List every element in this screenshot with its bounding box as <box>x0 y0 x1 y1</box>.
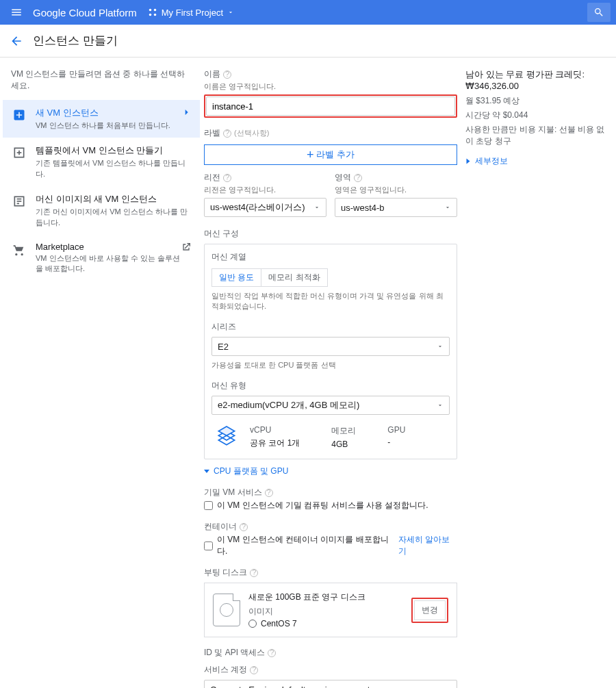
add-label-button[interactable]: + 라벨 추가 <box>204 144 457 165</box>
monthly-estimate: 월 $31.95 예상 <box>465 95 609 107</box>
svc-acct-label: 서비스 계정 <box>204 664 247 676</box>
series-select[interactable]: E2 <box>211 337 450 356</box>
help-icon[interactable]: ? <box>223 129 231 138</box>
credit-title: 남아 있는 무료 평가판 크레딧: <box>465 69 585 79</box>
svc-acct-select[interactable]: Compute Engine default service account <box>204 680 457 688</box>
bootdisk-change-button[interactable]: 변경 <box>414 600 446 620</box>
help-icon[interactable]: ? <box>250 666 258 674</box>
caret-down-icon <box>313 203 320 213</box>
zone-select[interactable]: us-west4-b <box>335 198 457 217</box>
svg-point-0 <box>149 9 152 12</box>
region-select[interactable]: us-west4(라스베이거스) <box>204 198 326 217</box>
series-hint: 가용성을 토대로 한 CPU 플랫폼 선택 <box>211 360 450 370</box>
tab-general[interactable]: 일반 용도 <box>212 269 261 286</box>
svg-point-1 <box>154 9 157 12</box>
plus-box-icon <box>11 107 27 123</box>
project-picker[interactable]: My First Project <box>148 8 234 18</box>
sidebar-item-new-vm[interactable]: 새 VM 인스턴스 VM 인스턴스 하나를 처음부터 만듭니다. <box>3 100 200 138</box>
caret-down-icon <box>227 8 234 18</box>
bootdisk-image-label: 이미지 <box>248 606 411 617</box>
memory-header: 메모리 <box>331 425 356 437</box>
chevron-right-icon <box>181 107 192 120</box>
caret-down-icon <box>444 685 451 689</box>
details-link[interactable]: 세부정보 <box>465 155 508 167</box>
help-icon[interactable]: ? <box>223 71 231 79</box>
sidebar-item-sub: 기존 머신 이미지에서 VM 인스턴스 하나를 만듭니다. <box>36 207 192 228</box>
sidebar-item-title: 템플릿에서 VM 인스턴스 만들기 <box>36 144 192 157</box>
caret-down-icon <box>437 400 444 411</box>
mc-family-label: 머신 계열 <box>211 251 450 263</box>
conf-vm-text: 이 VM 인스턴스에 기밀 컴퓨팅 서비스를 사용 설정합니다. <box>217 500 428 511</box>
tab-memory[interactable]: 메모리 최적화 <box>261 269 326 286</box>
zone-label: 영역 <box>335 172 351 183</box>
sidebar-item-from-template[interactable]: 템플릿에서 VM 인스턴스 만들기 기존 템플릿에서 VM 인스턴스 하나를 만… <box>3 138 200 186</box>
vcpu-header: vCPU <box>250 425 300 435</box>
bootdisk-os: CentOS 7 <box>261 619 297 628</box>
sidebar-item-title: 새 VM 인스턴스 <box>36 107 177 119</box>
idapi-label: ID 및 API 액세스 <box>204 647 265 659</box>
bootdisk-title: 새로운 100GB 표준 영구 디스크 <box>248 591 411 603</box>
machine-type-icon <box>211 422 242 452</box>
container-text: 이 VM 인스턴스에 컨테이너 이미지를 배포합니다. <box>217 534 396 557</box>
help-icon[interactable]: ? <box>240 523 248 531</box>
container-more-link[interactable]: 자세히 알아보기 <box>398 534 457 557</box>
svg-point-2 <box>149 14 152 16</box>
sidebar-item-sub: VM 인스턴스에 바로 사용할 수 있는 솔루션을 배포합니다. <box>36 253 181 275</box>
sidebar-intro: VM 인스턴스를 만들려면 옵션 중 하나를 선택하세요. <box>3 68 200 100</box>
region-label: 리전 <box>204 172 220 183</box>
help-icon[interactable]: ? <box>223 174 231 182</box>
bootdisk-label: 부팅 디스크 <box>204 567 247 578</box>
cpu-gpu-link[interactable]: CPU 플랫폼 및 GPU <box>204 466 288 477</box>
billing-note: 사용한 만큼만 비용 지불: 선불 비용 없이 초당 청구 <box>465 124 609 147</box>
sidebar-item-from-image[interactable]: 머신 이미지의 새 VM 인스턴스 기존 머신 이미지에서 VM 인스턴스 하나… <box>3 186 200 235</box>
mtype-label: 머신 유형 <box>211 380 450 392</box>
series-label: 시리즈 <box>211 321 450 333</box>
disk-icon <box>213 594 240 626</box>
help-icon[interactable]: ? <box>354 174 362 182</box>
sidebar-item-sub: VM 인스턴스 하나를 처음부터 만듭니다. <box>36 120 177 131</box>
name-hint: 이름은 영구적입니다. <box>204 81 457 92</box>
plus-icon: + <box>307 148 314 162</box>
name-input[interactable] <box>206 97 455 116</box>
vcpu-value: 공유 코어 1개 <box>250 437 300 449</box>
sidebar-item-title: 머신 이미지의 새 VM 인스턴스 <box>36 193 192 205</box>
sidebar-item-marketplace[interactable]: Marketplace VM 인스턴스에 바로 사용할 수 있는 솔루션을 배포… <box>3 235 200 281</box>
mc-title: 머신 구성 <box>204 228 457 240</box>
mtype-select[interactable]: e2-medium(vCPU 2개, 4GB 메모리) <box>211 396 450 415</box>
mc-tab-desc: 일반적인 작업 부하에 적합한 머신 유형이며 가격 및 유연성을 위해 최적화… <box>211 291 450 311</box>
region-hint: 리전은 영구적입니다. <box>204 185 326 195</box>
search-button[interactable] <box>587 3 611 22</box>
container-label: 컨테이너 <box>204 521 237 533</box>
labels-label: 라벨 <box>204 127 220 139</box>
page-title: 인스턴스 만들기 <box>33 33 118 49</box>
project-icon <box>148 8 157 17</box>
zone-hint: 영역은 영구적입니다. <box>335 185 457 195</box>
menu-icon[interactable] <box>5 1 27 23</box>
memory-value: 4GB <box>331 439 356 449</box>
credit-amount: ₩346,326.00 <box>465 81 519 91</box>
hourly-estimate: 시간당 약 $0.044 <box>465 110 609 121</box>
help-icon[interactable]: ? <box>265 489 273 497</box>
name-label: 이름 <box>204 68 220 80</box>
gpu-header: GPU <box>387 425 405 435</box>
gpu-value: - <box>387 437 405 447</box>
os-icon <box>248 620 257 628</box>
external-link-icon <box>181 242 192 255</box>
conf-vm-label: 기밀 VM 서비스 <box>204 487 262 498</box>
project-name: My First Project <box>162 8 223 18</box>
cart-icon <box>11 242 27 258</box>
labels-optional: (선택사항) <box>234 128 269 138</box>
help-icon[interactable]: ? <box>268 649 276 657</box>
caret-down-icon <box>444 203 451 213</box>
brand-logo: Google Cloud Platform <box>33 7 137 18</box>
template-icon <box>11 144 27 161</box>
image-icon <box>11 193 27 209</box>
conf-vm-checkbox[interactable] <box>204 501 213 510</box>
container-checkbox[interactable] <box>204 542 213 550</box>
svg-point-3 <box>154 14 157 16</box>
sidebar-item-sub: 기존 템플릿에서 VM 인스턴스 하나를 만듭니다. <box>36 158 192 179</box>
back-button[interactable] <box>8 33 25 49</box>
caret-down-icon <box>437 342 444 352</box>
help-icon[interactable]: ? <box>250 569 258 577</box>
sidebar-item-title: Marketplace <box>36 242 181 252</box>
